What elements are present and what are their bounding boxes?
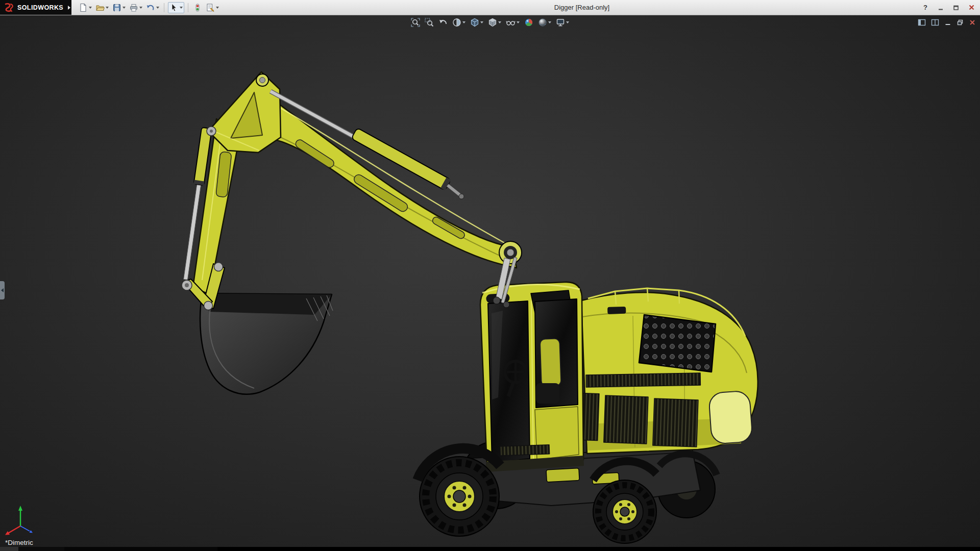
excavator-model[interactable] — [182, 72, 758, 543]
dropdown-caret-icon[interactable] — [139, 7, 142, 9]
close-button[interactable] — [967, 3, 976, 12]
display-style-button[interactable] — [487, 17, 502, 28]
new-document-button[interactable] — [78, 3, 93, 13]
restore-document-icon — [957, 19, 964, 26]
view-orientation-cube-icon — [470, 18, 479, 27]
vent-strip — [586, 373, 700, 387]
dropdown-caret-icon[interactable] — [462, 21, 465, 23]
show-featuremanager-icon — [918, 18, 926, 27]
model-canvas[interactable] — [0, 15, 980, 547]
bucket — [200, 293, 333, 394]
taskbar-segment — [0, 547, 18, 551]
taskbar-sliver — [0, 547, 980, 551]
dropdown-caret-icon[interactable] — [498, 21, 501, 23]
boom-assembly — [182, 72, 522, 310]
engine-housing — [559, 288, 758, 454]
rebuild-button[interactable] — [192, 3, 203, 13]
window-title: Digger [Read-only] — [505, 4, 658, 11]
view-settings-button[interactable] — [555, 17, 570, 28]
save-button[interactable] — [111, 3, 127, 13]
view-settings-monitor-icon — [556, 18, 565, 27]
taskbar-segment — [18, 547, 64, 551]
dropdown-caret-icon[interactable] — [517, 21, 520, 23]
close-document-button[interactable] — [969, 19, 976, 26]
maximize-button[interactable] — [951, 3, 961, 12]
select-button[interactable] — [168, 2, 184, 13]
hide-show-items-button[interactable] — [505, 17, 520, 28]
undo-arrow-icon — [146, 3, 155, 12]
previous-view-button[interactable] — [438, 17, 448, 28]
close-icon — [968, 4, 975, 11]
help-button[interactable]: ? — [921, 3, 930, 12]
undo-button[interactable] — [145, 3, 160, 13]
side-grille — [653, 398, 698, 447]
reference-triad — [5, 506, 33, 535]
edit-appearance-button[interactable] — [524, 17, 534, 28]
triad-z-axis — [20, 526, 30, 531]
zoom-to-area-button[interactable] — [424, 17, 434, 28]
minimize-button[interactable] — [936, 3, 945, 12]
zoom-to-area-icon — [425, 18, 434, 27]
radiator-grid — [639, 315, 716, 372]
previous-view-icon — [438, 18, 448, 27]
menu-flyout-arrow-icon[interactable] — [68, 6, 70, 10]
view-orientation-button[interactable] — [470, 17, 484, 28]
restore-document-button[interactable] — [957, 19, 964, 26]
dropdown-caret-icon[interactable] — [122, 7, 126, 9]
taskbar-segment — [64, 547, 217, 551]
close-document-icon — [969, 19, 976, 26]
triad-x-axis — [8, 526, 20, 533]
apply-scene-button[interactable] — [537, 17, 552, 28]
section-view-button[interactable] — [452, 17, 466, 28]
side-grille — [604, 395, 648, 444]
dropdown-caret-icon[interactable] — [566, 21, 569, 23]
toolbar-separator — [164, 3, 164, 12]
save-floppy-icon — [112, 3, 121, 12]
display-style-cube-icon — [488, 18, 497, 27]
dropdown-caret-icon[interactable] — [106, 7, 109, 9]
dropdown-caret-icon[interactable] — [156, 7, 159, 9]
minimize-document-button[interactable] — [944, 19, 951, 26]
edit-appearance-ball-icon — [524, 18, 533, 27]
select-cursor-icon — [169, 3, 179, 12]
panel-collapse-tab[interactable] — [0, 281, 5, 299]
dropdown-caret-icon[interactable] — [180, 7, 183, 9]
front-wheel — [420, 457, 499, 536]
cab — [480, 282, 584, 472]
collapse-arrow-icon — [1, 288, 4, 292]
solidworks-logo: SOLIDWORKS — [0, 0, 71, 15]
printer-icon — [129, 3, 138, 12]
view-orientation-label: *Dimetric — [5, 539, 33, 546]
graphics-viewport[interactable]: *Dimetric — [0, 15, 980, 547]
operator-seat — [540, 339, 561, 386]
dropdown-caret-icon[interactable] — [216, 7, 219, 9]
dropdown-caret-icon[interactable] — [89, 7, 92, 9]
zoom-to-fit-button[interactable] — [410, 17, 421, 28]
brand-text: SOLIDWORKS — [17, 4, 63, 11]
solidworks-symbol-icon — [4, 3, 15, 13]
document-window-controls — [918, 18, 976, 27]
boom-arm — [267, 102, 517, 268]
dropdown-caret-icon[interactable] — [480, 21, 483, 23]
file-properties-icon — [206, 3, 215, 12]
help-icon: ? — [923, 4, 927, 11]
open-folder-icon — [95, 3, 105, 12]
titlebar: SOLIDWORKS — [0, 0, 980, 15]
hide-show-glasses-icon — [506, 18, 516, 27]
minimize-document-icon — [944, 19, 951, 26]
rear-side-panel — [708, 390, 753, 444]
show-featuremanager-button[interactable] — [918, 18, 926, 27]
standard-toolbar — [78, 1, 220, 14]
toolbar-separator — [188, 3, 188, 12]
new-document-icon — [79, 3, 88, 12]
file-properties-button[interactable] — [205, 3, 220, 13]
restore-icon — [953, 5, 959, 11]
dropdown-caret-icon[interactable] — [548, 21, 551, 23]
open-document-button[interactable] — [94, 3, 110, 13]
rebuild-stoplight-icon — [193, 3, 202, 12]
split-pane-icon — [931, 18, 939, 27]
zoom-to-fit-icon — [411, 18, 420, 27]
split-pane-button[interactable] — [931, 18, 939, 27]
heads-up-toolbar — [410, 17, 570, 28]
print-button[interactable] — [128, 3, 143, 13]
